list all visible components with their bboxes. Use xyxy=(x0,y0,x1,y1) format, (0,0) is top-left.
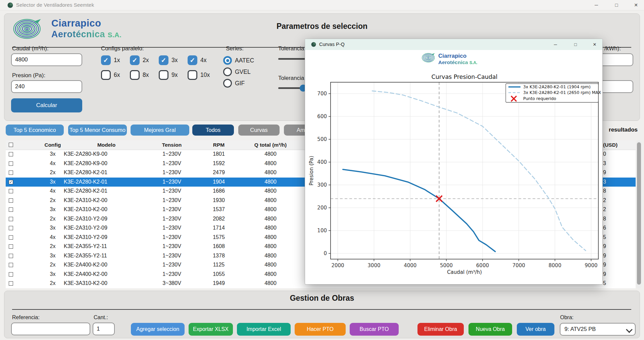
cell-modelo: K3E-2A280-K2-01 xyxy=(64,169,107,176)
radio-unselected-icon[interactable] xyxy=(223,67,232,76)
radio-unselected-icon[interactable] xyxy=(223,79,232,88)
series-radio-GIF[interactable]: GIF xyxy=(223,78,254,89)
checkbox-checked-icon[interactable]: ✓ xyxy=(188,55,197,65)
popup-close-button[interactable]: ✕ xyxy=(589,41,601,48)
popup-minimize-button[interactable]: ─ xyxy=(549,41,561,48)
config-checkbox-9x[interactable]: 9x xyxy=(159,69,188,81)
config-checkbox-8x[interactable]: 8x xyxy=(130,69,159,81)
cell-modelo: K3E-2A355-Y2-11 xyxy=(64,243,107,249)
gestion-heading: Gestion de Obras xyxy=(4,294,640,303)
hacer-pto-button[interactable]: Hacer PTO xyxy=(295,323,346,336)
ver-obra-button[interactable]: Ver obra xyxy=(517,323,554,336)
cell-usd_fragment: 8 xyxy=(603,188,606,194)
caudal-label: Caudal (m³/h): xyxy=(12,45,49,52)
brand-sa: S.A. xyxy=(108,31,121,39)
importar-excel-button[interactable]: Importar Excel xyxy=(237,323,291,336)
checkbox-unchecked-icon[interactable] xyxy=(159,70,168,80)
eliminar-obra-button[interactable]: Eliminar Obra xyxy=(417,323,464,336)
row-checkbox[interactable] xyxy=(9,198,13,203)
close-button[interactable]: ✕ xyxy=(630,1,642,9)
calcular-button[interactable]: Calcular xyxy=(11,98,82,112)
row-checkbox[interactable] xyxy=(9,281,13,286)
y-tick-label: 200 xyxy=(317,205,327,211)
row-checkbox[interactable] xyxy=(9,152,13,156)
cant-input[interactable] xyxy=(93,323,115,335)
config-checkbox-label: 8x xyxy=(143,71,149,79)
cell-qtotal: 4800 xyxy=(244,234,297,240)
checkbox-unchecked-icon[interactable] xyxy=(188,70,197,80)
config-checkbox-4x[interactable]: ✓4x xyxy=(188,54,216,66)
table-scrollbar-thumb[interactable] xyxy=(637,142,641,285)
row-checkbox[interactable] xyxy=(9,263,13,267)
x-tick-label: 7000 xyxy=(512,262,525,269)
x-tick-label: 2000 xyxy=(331,262,344,269)
config-checkbox-1x[interactable]: ✓1x xyxy=(101,54,130,66)
tab-top-5-menor-consumo[interactable]: Top 5 Menor Consumo xyxy=(68,125,127,136)
cell-modelo: K3E-3A310-K2-00 xyxy=(64,280,107,286)
tab-curvas[interactable]: Curvas xyxy=(238,125,280,136)
header-config: Config xyxy=(26,142,80,148)
row-checkbox[interactable] xyxy=(9,171,13,175)
row-checkbox[interactable] xyxy=(9,244,13,249)
agregar-seleccion-button[interactable]: Agregar seleccion xyxy=(131,323,185,336)
row-checkbox[interactable] xyxy=(9,254,13,258)
minimize-button[interactable]: ─ xyxy=(590,1,603,9)
series-radio-AATEC[interactable]: AATEC xyxy=(223,55,254,66)
series-radio-GVEL[interactable]: GVEL xyxy=(223,66,254,78)
radio-inner xyxy=(225,58,230,63)
cell-qtotal: 4800 xyxy=(244,253,297,259)
row-checkbox-checked[interactable]: ✓ xyxy=(9,180,13,184)
obra-select[interactable]: 9: ATV25 PB xyxy=(560,323,636,336)
cell-usd_fragment: 3 xyxy=(603,160,606,166)
row-checkbox[interactable] xyxy=(9,161,13,166)
maximize-button[interactable]: □ xyxy=(610,1,623,9)
row-checkbox[interactable] xyxy=(9,217,13,221)
popup-maximize-button[interactable]: □ xyxy=(569,41,582,48)
x-tick-label: 5000 xyxy=(440,262,453,269)
tab-top-5-economico[interactable]: Top 5 Economico xyxy=(6,125,64,136)
row-checkbox[interactable] xyxy=(9,272,13,277)
config-checkbox-10x[interactable]: 10x xyxy=(188,69,216,81)
tab-mejores-gral[interactable]: Mejores Gral xyxy=(131,125,189,136)
cell-modelo: K3E-2A310-K2-00 xyxy=(64,197,107,203)
x-tick-label: 8000 xyxy=(549,262,561,269)
cell-tension: 1~230V xyxy=(145,216,199,222)
caudal-input[interactable] xyxy=(11,53,82,66)
config-checkbox-label: 2x xyxy=(143,57,149,64)
config-checkbox-6x[interactable]: 6x xyxy=(101,69,130,81)
cell-rpm: 1537 xyxy=(192,206,246,212)
select-all-checkbox[interactable] xyxy=(9,143,13,147)
config-checkbox-3x[interactable]: ✓3x xyxy=(159,54,188,66)
config-checkbox-label: 9x xyxy=(171,71,178,79)
checkbox-checked-icon[interactable]: ✓ xyxy=(130,55,140,65)
row-checkbox[interactable] xyxy=(9,207,13,212)
x-tick-label: 9000 xyxy=(585,262,597,269)
checkbox-checked-icon[interactable]: ✓ xyxy=(101,55,111,65)
cell-rpm: 1686 xyxy=(192,188,246,194)
nueva-obra-button[interactable]: Nueva Obra xyxy=(468,323,512,336)
cell-usd_fragment: 5 xyxy=(603,280,606,286)
radio-selected-icon[interactable] xyxy=(223,56,232,65)
checkbox-unchecked-icon[interactable] xyxy=(130,70,140,80)
configs-label: Configs paralelo: xyxy=(101,45,144,52)
cell-usd_fragment: 5 xyxy=(603,234,606,240)
exportar-xlsx-button[interactable]: Exportar XLSX xyxy=(189,323,233,336)
row-checkbox[interactable] xyxy=(9,189,13,193)
popup-titlebar: Curvas P-Q ─ □ ✕ xyxy=(305,39,602,50)
tab-todos[interactable]: Todos xyxy=(192,125,234,136)
x-tick-label: 4000 xyxy=(404,262,416,269)
checkbox-unchecked-icon[interactable] xyxy=(101,70,111,80)
row-checkbox[interactable] xyxy=(9,235,13,240)
x-tick-label: 3000 xyxy=(367,262,380,269)
cell-tension: 1~230V xyxy=(145,253,199,259)
referencia-input[interactable] xyxy=(11,323,90,335)
config-checkbox-2x[interactable]: ✓2x xyxy=(130,54,159,66)
legend-label: 3x K3E-2A280-K2-01 (2650 rpm) MAX xyxy=(523,90,601,95)
checkbox-checked-icon[interactable]: ✓ xyxy=(159,55,168,65)
table-scrollbar[interactable] xyxy=(636,140,642,288)
buscar-pto-button[interactable]: Buscar PTO xyxy=(350,323,399,336)
cell-tension: 3~380V xyxy=(145,280,199,286)
row-checkbox[interactable] xyxy=(9,226,13,230)
cell-tension: 1~230V xyxy=(145,225,199,231)
presion-input[interactable] xyxy=(11,80,82,93)
